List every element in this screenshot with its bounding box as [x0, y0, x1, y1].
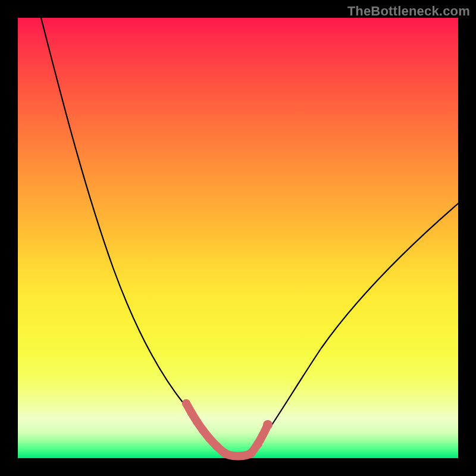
valley-dot [205, 434, 214, 443]
valley-highlight-band [186, 403, 268, 456]
valley-dot [254, 440, 262, 448]
right-curve [251, 203, 458, 453]
valley-dot [212, 442, 221, 450]
valley-dot [247, 449, 255, 457]
valley-dot [182, 399, 190, 408]
valley-dot [193, 418, 201, 426]
valley-dot [263, 420, 273, 430]
valley-dot [187, 409, 196, 417]
curves-svg [18, 18, 458, 458]
chart-frame: TheBottleneck.com [0, 0, 476, 476]
valley-dot [199, 426, 207, 434]
watermark-text: TheBottleneck.com [347, 4, 470, 19]
valley-dot [221, 449, 229, 457]
valley-dot [229, 452, 237, 460]
plot-area [18, 18, 458, 458]
valley-dot [239, 452, 247, 460]
left-curve [41, 18, 225, 453]
